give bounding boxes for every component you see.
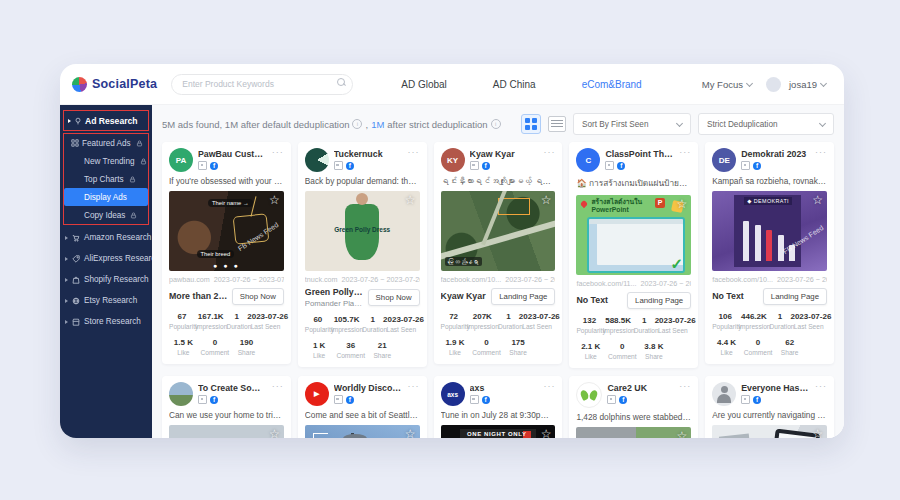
results-separator: , [365,119,368,130]
logo[interactable]: SocialPeta [72,77,157,92]
info-icon[interactable]: i [352,119,362,129]
advertiser-name: Care2 UK [607,383,674,393]
star-favorite-button[interactable]: ☆ [405,193,416,207]
ad-card[interactable]: axs axs f ··· Tune in on July 28 at 9:30… [434,376,563,438]
sidebar-item-display-ads[interactable]: Display Ads [64,188,148,206]
avatar-initials: C [586,156,592,165]
brand-name: SocialPeta [92,77,157,91]
sidebar-item-shopify-research[interactable]: Shopify Research [60,269,152,290]
star-favorite-button[interactable]: ☆ [541,427,552,438]
more-options-button[interactable]: ··· [815,382,827,406]
more-options-button[interactable]: ··· [543,148,555,172]
facebook-icon: f [619,396,627,404]
more-options-button[interactable]: ··· [272,148,284,172]
ad-creative[interactable]: ☆ สร้างสไลด์งานใน PowerPointP✓ [576,195,691,275]
ad-creative[interactable]: ☆ [169,425,284,438]
more-options-button[interactable]: ··· [408,148,420,172]
ad-format-icon [605,161,614,170]
ad-creative[interactable]: ☆ Their name →Their breedFB News Feed● ●… [169,191,284,271]
cta-button[interactable]: Landing Page [627,292,691,309]
card-header: C ClassPoint Thailand f ··· [576,148,691,172]
card-header: Care2 UK f ··· [576,382,691,408]
stat-comment: 0Comment [198,338,232,356]
chevron-down-icon [676,119,683,126]
sidebar-item-new-trending[interactable]: New Trending [64,152,148,170]
ad-creative[interactable]: ☆ ◆ DEMOKRATIFB News Feed [712,191,827,271]
nav-ecom-brand[interactable]: eCom&Brand [582,79,642,90]
ad-creative[interactable]: ☆ SEATTLEWASHINGTON [305,425,420,438]
bag-icon [72,276,80,284]
cta-button[interactable]: Shop Now [232,288,284,305]
sidebar-item-aliexpress-research[interactable]: AliExpress Research [60,248,152,269]
ad-creative[interactable]: ☆ မြေတည်နေရာ [441,191,556,271]
search-input[interactable] [171,74,353,95]
search-box[interactable] [171,73,353,95]
sidebar-item-top-charts[interactable]: Top Charts [64,170,148,188]
cta-button[interactable]: Landing Page [763,288,827,305]
cta-button[interactable]: Shop Now [368,289,420,306]
ad-card[interactable]: KY Kyaw Kyar f ··· ရင်းနှီးထားရင်အကျိုးမ… [434,142,563,364]
sidebar-item-store-research[interactable]: Store Research [60,311,152,332]
social-stats-row: 4.4 KLike 0Comment 62Share [712,338,804,356]
my-focus-menu[interactable]: My Focus [702,79,752,90]
nav-ad-global[interactable]: AD Global [401,79,447,90]
platform-icons: f [334,395,403,404]
ad-format-icon [198,161,207,170]
stat-popularity: 72Popularity [441,312,467,330]
main-nav: AD Global AD China eCom&Brand [401,79,641,90]
art-label [313,433,328,438]
platform-icons: f [470,395,539,404]
nav-ad-china[interactable]: AD China [493,79,536,90]
view-controls: Sort By First Seen Strict Deduplication [521,113,834,135]
more-options-button[interactable]: ··· [815,148,827,172]
more-options-button[interactable]: ··· [408,382,420,406]
grid-view-toggle[interactable] [521,114,541,134]
ad-card[interactable]: C ClassPoint Thailand f ··· 🏠 การสร้างเก… [569,142,698,368]
more-options-button[interactable]: ··· [679,382,691,408]
more-options-button[interactable]: ··· [543,382,555,406]
sort-dropdown[interactable]: Sort By First Seen [573,113,691,135]
sidebar-item-copy-ideas[interactable]: Copy Ideas [64,206,148,224]
star-favorite-button[interactable]: ☆ [676,197,687,211]
star-favorite-button[interactable]: ☆ [269,427,280,438]
star-favorite-button[interactable]: ☆ [676,429,687,438]
ad-card[interactable]: Tuckernuck f ··· Back by popular demand:… [298,142,427,367]
ad-card[interactable]: DE Demokrati 2023 f ··· Kampaň sa rozbie… [705,142,834,364]
cta-button[interactable]: Landing Page [491,288,555,305]
more-options-button[interactable]: ··· [679,148,691,172]
title-row: No Text Landing Page [576,291,691,309]
username-label: josa19 [789,79,817,90]
star-favorite-button[interactable]: ☆ [405,427,416,438]
chevron-down-icon [746,79,753,86]
sidebar-item-etsy-research[interactable]: Etsy Research [60,290,152,311]
ad-card[interactable]: Everyone Has The Freedom To... f ··· Are… [705,376,834,438]
sidebar-item-amazon-research[interactable]: Amazon Research [60,227,152,248]
stat-last-seen: 2023-07-26Last Seen [519,312,556,330]
more-options-button[interactable]: ··· [272,382,284,406]
ad-creative[interactable]: ☆ ONE NIGHT ONLY [441,425,556,438]
sidebar-item-ad-research[interactable]: Ad Research [64,111,148,130]
user-menu[interactable]: josa19 [789,79,826,90]
ad-creative[interactable]: ☆ [576,427,691,438]
ad-creative[interactable]: ☆ [712,425,827,438]
stat-share: 62Share [775,338,804,356]
star-favorite-button[interactable]: ☆ [812,427,823,438]
star-favorite-button[interactable]: ☆ [269,193,280,207]
sidebar-item-featured-ads[interactable]: Featured Ads [64,134,148,152]
star-favorite-button[interactable]: ☆ [812,193,823,207]
ad-card[interactable]: Care2 UK f ··· 1,428 dolphins were stabb… [569,376,698,438]
stat-duration: 1Duration [634,316,655,334]
user-avatar[interactable] [766,77,781,92]
ad-card[interactable]: To Create Something Exceptio... f ··· Ca… [162,376,291,438]
dedup-dropdown[interactable]: Strict Deduplication [698,113,834,135]
card-header: ▶ Worldly Discovery f ··· [305,382,420,406]
ad-card[interactable]: ▶ Worldly Discovery f ··· Come and see a… [298,376,427,438]
ad-creative[interactable]: ☆ Green Polly Dress [305,191,420,271]
stats-row: 106Popularity 446.2KImpression 1Duration… [712,312,827,330]
header-right: My Focus josa19 [702,77,826,92]
ad-card[interactable]: PA PawBau Custom Jewelry f ··· If you're… [162,142,291,364]
info-icon[interactable]: i [491,119,501,129]
star-favorite-button[interactable]: ☆ [541,193,552,207]
list-view-toggle[interactable] [548,116,566,132]
art-label [766,230,772,260]
